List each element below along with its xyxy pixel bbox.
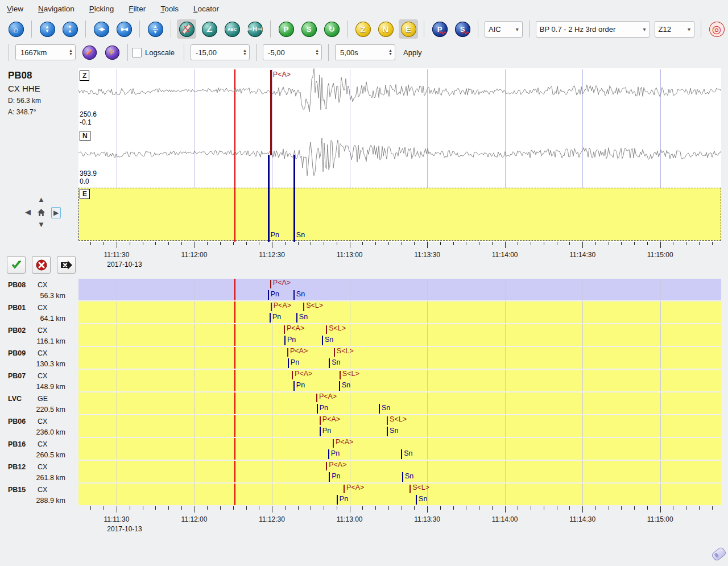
station-trace-pb16[interactable]: P<A>PnSn (78, 438, 721, 460)
pick-flag-PA[interactable] (292, 371, 293, 379)
window-length-spinner[interactable]: 5,00s ▲▼ (335, 44, 395, 60)
component-e-icon[interactable]: E (399, 19, 418, 39)
pick-flag-Pn[interactable] (284, 336, 286, 345)
station-trace-lvc[interactable]: P<A>PnSn (78, 393, 721, 414)
repick-icon[interactable]: ↻ (322, 19, 341, 39)
window-start-spinner[interactable]: -15,00 ▲▼ (191, 44, 250, 60)
pick-flag-Sn[interactable] (293, 290, 295, 300)
pick-preview-icon[interactable]: P (102, 43, 122, 62)
scroll-left-icon[interactable]: ◀ (25, 208, 31, 216)
pick-flag-Pn[interactable] (317, 404, 318, 414)
pick-flag-Sn[interactable] (401, 449, 402, 459)
menu-view[interactable]: View (7, 5, 23, 13)
measure-pick-icon[interactable] (80, 43, 99, 62)
measure-distance-icon[interactable]: ⊢H⊣ (245, 19, 264, 39)
time-zoom-out-icon[interactable]: ▶◀ (114, 19, 134, 39)
pick-s-icon[interactable]: S (299, 19, 318, 39)
pick-flag-Sn[interactable] (416, 495, 417, 505)
menu-filter[interactable]: Filter (129, 5, 146, 13)
station-trace-pb09[interactable]: P<A>S<L>PnSn (78, 347, 721, 369)
home-view-icon[interactable] (36, 208, 47, 218)
pick-flag-PA[interactable] (333, 439, 334, 448)
pick-flag-SL[interactable] (326, 325, 327, 334)
pick-flag-PA[interactable] (287, 348, 288, 357)
filter-select[interactable]: BP 0.7 - 2 Hz 3rd order ▾ (536, 21, 650, 38)
pick-flag-PA[interactable] (270, 70, 272, 155)
pick-flag-Pn[interactable] (288, 358, 289, 368)
pick-flag-Sn[interactable] (322, 336, 323, 345)
amplitude-zoom-in-icon[interactable]: ▲▼ (38, 19, 57, 39)
rotation-select[interactable]: Z12 ▾ (655, 21, 694, 38)
relocate-target-icon[interactable]: ◎ (707, 19, 726, 39)
scroll-up-icon[interactable]: ▲ (38, 196, 45, 203)
pick-flag-Pn[interactable] (320, 427, 321, 436)
measure-ruler-icon[interactable] (177, 19, 196, 39)
pick-flag-Sn[interactable] (339, 381, 340, 391)
component-z-icon[interactable]: Z (353, 19, 373, 39)
picker-algorithm-select[interactable]: AIC ▾ (485, 21, 523, 38)
spinner-arrows-icon[interactable]: ▲▼ (315, 49, 319, 56)
pick-flag-SL[interactable] (410, 485, 411, 493)
window-end-spinner[interactable]: -5,00 ▲▼ (263, 44, 322, 60)
pick-flag-Sn[interactable] (402, 472, 403, 482)
show-s-arrivals-icon[interactable]: S (453, 19, 472, 39)
station-trace-pb07[interactable]: P<A>S<L>PnSn (78, 370, 721, 391)
station-trace-pb12[interactable]: P<A>PnSn (78, 461, 721, 482)
pick-flag-PA[interactable] (316, 394, 317, 402)
station-trace-pb06[interactable]: P<A>S<L>PnSn (78, 415, 721, 437)
pick-flag-Pn[interactable] (268, 290, 269, 300)
pick-flag-PA[interactable] (284, 325, 285, 334)
pick-flag-PA[interactable] (271, 303, 272, 311)
station-trace-pb15[interactable]: P<A>S<L>PnSn (78, 484, 721, 505)
pick-flag-PA[interactable] (270, 280, 271, 288)
menu-picking[interactable]: Picking (89, 5, 114, 13)
pick-p-icon[interactable]: P (276, 19, 296, 39)
pick-flag-Sn[interactable] (296, 313, 297, 323)
apply-button[interactable]: Apply (403, 48, 422, 57)
spinner-arrows-icon[interactable]: ▲▼ (388, 49, 392, 56)
distance-range-spinner[interactable]: 1667km ▲▼ (15, 44, 76, 60)
pick-flag-PA[interactable] (326, 462, 327, 470)
pick-flag-Pn[interactable] (270, 313, 271, 323)
home-icon[interactable]: ⌂ (6, 19, 26, 39)
station-trace-pb02[interactable]: P<A>S<L>PnSn (78, 324, 721, 346)
scroll-down-icon[interactable]: ▼ (38, 221, 45, 228)
spinner-arrows-icon[interactable]: ▲▼ (69, 49, 73, 56)
station-trace-pb01[interactable]: P<A>S<L>PnSn (78, 301, 721, 323)
menu-navigation[interactable]: Navigation (38, 5, 75, 13)
confirm-pick-button[interactable] (7, 256, 26, 274)
annotation-abc-icon[interactable]: ABC (222, 19, 242, 39)
pick-flag-Pn[interactable] (337, 495, 338, 505)
logscale-checkbox[interactable] (132, 48, 142, 57)
pick-flag-Sn[interactable] (293, 155, 295, 242)
waveform-picker-canvas[interactable]: Z250.6-0.1N393.90.0EP<A>PnSn (78, 68, 721, 242)
pick-flag-PA[interactable] (344, 485, 345, 493)
pick-flag-Pn[interactable] (268, 155, 270, 242)
resize-grip-icon[interactable] (711, 546, 727, 561)
pick-flag-Pn[interactable] (329, 472, 330, 482)
pick-flag-Sn[interactable] (387, 427, 388, 436)
component-n-icon[interactable]: N (376, 19, 395, 39)
amplitude-zoom-out-icon[interactable]: ▼▲ (60, 19, 80, 39)
station-trace-pb08[interactable]: P<A>PnSn (78, 279, 721, 300)
pick-flag-SL[interactable] (387, 416, 388, 425)
reject-pick-button[interactable] (32, 256, 51, 274)
apply-and-next-button[interactable] (57, 256, 76, 274)
trace-row-e-selected[interactable] (78, 188, 721, 241)
pick-flag-Sn[interactable] (329, 358, 330, 368)
normalize-amplitude-icon[interactable]: ▲▼ (146, 19, 165, 39)
pick-flag-PA[interactable] (320, 416, 321, 425)
pick-flag-SL[interactable] (303, 303, 304, 311)
time-zoom-in-icon[interactable]: ◀▶ (92, 19, 111, 39)
scroll-right-icon[interactable]: ▶ (51, 207, 61, 218)
spinner-arrows-icon[interactable]: ▲▼ (243, 49, 247, 56)
pick-flag-Pn[interactable] (293, 381, 295, 391)
pick-flag-Pn[interactable] (328, 449, 329, 459)
pick-flag-SL[interactable] (334, 348, 335, 357)
show-p-arrivals-icon[interactable]: P (430, 19, 449, 39)
pick-flag-SL[interactable] (340, 371, 341, 379)
menu-tools[interactable]: Tools (160, 5, 179, 13)
picker-angle-icon[interactable]: ∠ (200, 19, 219, 39)
menu-locator[interactable]: Locator (193, 5, 219, 13)
pick-flag-Sn[interactable] (379, 404, 380, 414)
